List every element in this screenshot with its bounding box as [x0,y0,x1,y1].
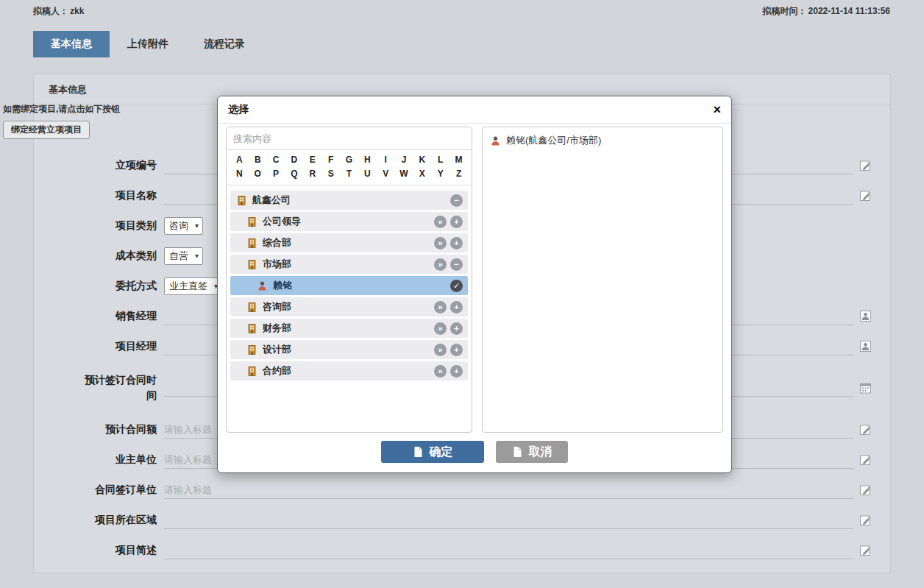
edit-icon[interactable] [859,483,872,496]
forward-button[interactable]: » [434,301,447,314]
select-value: 咨询 [169,219,188,233]
forward-button[interactable]: » [434,237,447,249]
add-button[interactable]: + [450,344,463,356]
alphabet-letter[interactable]: A [230,153,249,167]
project-category-select[interactable]: 咨询▾ [164,217,203,235]
alphabet-letter[interactable]: Y [431,167,449,181]
building-icon [246,259,257,270]
add-button[interactable]: + [450,301,463,314]
tree-row[interactable]: 合约部»+ [230,361,468,380]
calendar-icon[interactable] [859,382,872,394]
person-icon [490,135,501,146]
alphabet-letter[interactable]: B [249,153,267,167]
document-icon [512,446,522,458]
contract-sign-unit-input[interactable] [164,481,853,499]
add-button[interactable]: + [450,322,463,335]
project-brief-input[interactable] [164,542,853,559]
chevron-down-icon: ▾ [195,252,199,260]
edit-icon[interactable] [859,544,872,556]
alphabet-letter[interactable]: L [431,153,449,167]
dialog-titlebar: 选择 × [218,96,731,124]
tree-row[interactable]: 航鑫公司− [230,191,468,210]
edit-icon[interactable] [859,423,872,436]
field-label: 项目经理 [83,339,157,354]
alphabet-letter[interactable]: Z [449,167,468,181]
alphabet-letter[interactable]: D [285,153,304,167]
alphabet-letter[interactable]: Q [285,167,304,181]
field-label: 委托方式 [83,278,157,294]
tree-row[interactable]: 公司领导»+ [230,212,468,231]
edit-icon[interactable] [859,189,872,202]
close-icon[interactable]: × [713,103,721,116]
field-label: 成本类别 [83,248,157,263]
add-button[interactable]: + [450,237,463,249]
tree-node-label: 合约部 [263,364,430,378]
edit-icon[interactable] [859,514,872,526]
forward-button[interactable]: » [434,216,447,228]
tab-upload-attachment[interactable]: 上传附件 [110,31,186,57]
person-icon[interactable] [859,310,872,322]
cost-category-select[interactable]: 自营▾ [164,247,203,265]
tree-row[interactable]: 赖铭✓ [230,276,468,295]
draft-time-label: 拟稿时间： [763,6,807,16]
forward-button[interactable]: » [434,322,447,335]
cancel-button[interactable]: 取消 [496,441,568,463]
tab-basic-info[interactable]: 基本信息 [33,31,110,57]
edit-icon[interactable] [859,159,872,171]
forward-button[interactable]: » [434,344,447,356]
field-label: 预计合同额 [83,422,157,437]
confirm-button[interactable]: 确定 [381,441,484,463]
alphabet-letter[interactable]: F [321,153,340,167]
project-region-input[interactable] [164,511,853,529]
topbar: 拟稿人：zkk 拟稿时间：2022-11-14 11:13:56 [0,0,924,22]
alphabet-row-1: ABCDEFGHIJKLM [230,153,468,167]
drafter-info: 拟稿人：zkk [33,5,85,18]
search-input[interactable] [227,127,472,150]
forward-button[interactable]: » [434,258,447,271]
alphabet-letter[interactable]: P [267,167,285,181]
alphabet-letter[interactable]: J [395,153,413,167]
alphabet-letter[interactable]: W [395,167,413,181]
bind-project-button[interactable]: 绑定经营立项项目 [3,121,90,139]
collapse-button[interactable]: − [450,258,463,271]
alphabet-index: ABCDEFGHIJKLM NOPQRSTUVWXYZ [227,150,472,185]
alphabet-letter[interactable]: M [449,153,468,167]
alphabet-letter[interactable]: C [267,153,285,167]
alphabet-letter[interactable]: S [321,167,340,181]
form-row: 合同签订单位 [33,475,891,505]
tree-row[interactable]: 财务部»+ [230,319,468,338]
alphabet-letter[interactable]: U [358,167,377,181]
alphabet-letter[interactable]: T [340,167,358,181]
forward-button[interactable]: » [434,365,447,378]
tab-process-record[interactable]: 流程记录 [186,31,263,57]
alphabet-letter[interactable]: O [249,167,267,181]
alphabet-letter[interactable]: I [377,153,395,167]
bind-project-hint: 如需绑定项目,请点击如下按钮 [3,103,120,116]
tree-row[interactable]: 市场部»− [230,255,468,274]
alphabet-letter[interactable]: N [230,167,249,181]
edit-icon[interactable] [859,453,872,466]
selected-item[interactable]: 赖铭(航鑫公司/市场部) [490,134,715,147]
add-button[interactable]: + [450,365,463,378]
tree-row[interactable]: 综合部»+ [230,233,468,252]
tree-node-label: 设计部 [263,343,430,356]
alphabet-letter[interactable]: K [413,153,431,167]
selected-item-label: 赖铭(航鑫公司/市场部) [506,134,601,147]
person-icon[interactable] [859,340,872,353]
tree-node-label: 综合部 [263,236,430,249]
add-button[interactable]: + [450,216,463,228]
alphabet-letter[interactable]: G [340,153,358,167]
field-control [164,511,872,529]
confirm-label: 确定 [430,444,453,460]
alphabet-letter[interactable]: V [377,167,395,181]
alphabet-letter[interactable]: E [303,153,321,167]
tree-row[interactable]: 设计部»+ [230,340,468,359]
alphabet-letter[interactable]: R [303,167,321,181]
field-label: 销售经理 [83,308,157,324]
entrust-method-select[interactable]: 业主直签▾ [164,277,222,295]
alphabet-letter[interactable]: H [358,153,377,167]
alphabet-letter[interactable]: X [413,167,431,181]
collapse-button[interactable]: − [450,194,463,207]
tree-row[interactable]: 咨询部»+ [230,297,468,316]
field-label: 合同签订单位 [83,482,157,497]
